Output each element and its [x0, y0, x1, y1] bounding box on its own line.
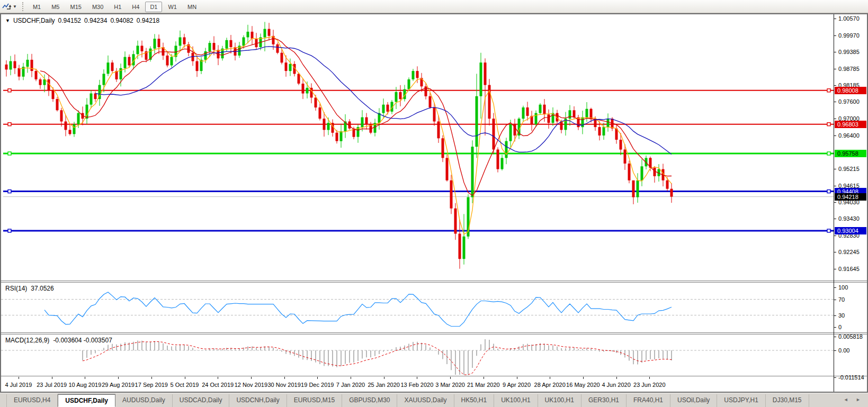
- chart-tab-uk100-h1[interactable]: UK100,H1: [494, 394, 538, 407]
- axis-tick-mark: [834, 269, 836, 269]
- price-chart-canvas[interactable]: [1, 14, 834, 281]
- date-axis-label: 21 Mar 2020: [467, 382, 500, 388]
- axis-tick-mark: [834, 135, 836, 136]
- timeframe-button-mn[interactable]: MN: [183, 2, 201, 12]
- chart-tab-audusd-daily[interactable]: AUDUSD,Daily: [115, 394, 173, 407]
- date-tick-mark: [484, 377, 484, 379]
- date-tick-mark: [317, 377, 318, 379]
- price-axis-label: 0.99385: [838, 49, 860, 55]
- axis-tick-mark: [834, 186, 836, 186]
- level-line-handle[interactable]: [827, 190, 830, 193]
- macd-signal-line: [83, 342, 672, 375]
- chart-tab-usdchf-daily[interactable]: USDCHF,Daily: [58, 394, 115, 407]
- axis-tick-mark: [834, 102, 836, 102]
- price-axis-label: 0.99970: [838, 32, 860, 39]
- toolbar-grip[interactable]: [22, 2, 23, 11]
- macd-name: MACD(12,26,9): [5, 337, 49, 344]
- tab-scroll-arrows[interactable]: ◄ ►: [844, 397, 864, 402]
- chart-tab-usdcad-daily[interactable]: USDCAD,Daily: [173, 394, 230, 407]
- level-line-handle[interactable]: [8, 152, 11, 155]
- date-tick-mark: [85, 377, 85, 379]
- mt4-application: ▼ M1M5M15M30H1H4D1W1MN ▼ USDCHF,Daily 0.…: [0, 0, 868, 407]
- date-axis[interactable]: 4 Jul 201923 Jul 201910 Aug 201929 Aug 2…: [1, 377, 834, 392]
- level-line-handle[interactable]: [827, 229, 830, 232]
- timeframe-button-m1[interactable]: M1: [28, 2, 46, 12]
- date-axis-label: 16 May 2020: [566, 382, 600, 388]
- date-axis-label: 10 Aug 2019: [68, 382, 101, 388]
- timeframe-button-w1[interactable]: W1: [163, 2, 182, 12]
- level-line-handle[interactable]: [827, 152, 830, 155]
- level-line-handle[interactable]: [8, 229, 11, 232]
- axis-tick-mark: [834, 202, 836, 203]
- axis-tick-mark: [834, 119, 836, 119]
- axis-tick-mark: [834, 69, 836, 69]
- date-tick-mark: [550, 377, 550, 379]
- date-axis-label: 4 Jul 2019: [5, 382, 32, 388]
- symbol-name: USDCHF,Daily: [13, 17, 55, 24]
- rsi-line: [44, 292, 672, 327]
- chart-tab-ger30-h1[interactable]: GER30,H1: [581, 394, 627, 407]
- chart-tab-eurusd-m15[interactable]: EURUSD,M15: [287, 394, 342, 407]
- date-axis-label: 24 Oct 2019: [202, 382, 234, 388]
- chart-tab-xauusd-daily[interactable]: XAUUSD,Daily: [397, 394, 454, 407]
- timeframe-button-h1[interactable]: H1: [109, 2, 126, 12]
- current-price-badge: 0.94218: [835, 193, 866, 201]
- date-tick-mark: [649, 377, 650, 379]
- date-tick-mark: [151, 377, 152, 379]
- price-axis-label: 0.96400: [838, 132, 860, 139]
- macd-axis-label: -0.011514: [838, 374, 864, 381]
- symbol-caret-icon[interactable]: ▼: [5, 18, 10, 23]
- timeframe-button-m5[interactable]: M5: [47, 2, 64, 12]
- chart-tab-usoil-daily[interactable]: USOil,Daily: [670, 394, 717, 407]
- timeframe-button-m15[interactable]: M15: [65, 2, 86, 12]
- chart-tab-dj30-m15[interactable]: DJ30,M15: [766, 394, 809, 407]
- date-axis-label: 9 Apr 2020: [503, 382, 531, 388]
- rsi-name: RSI(14): [5, 285, 27, 292]
- chart-tab-usdcnh-daily[interactable]: USDCNH,Daily: [229, 394, 287, 407]
- timeframe-button-m30[interactable]: M30: [87, 2, 108, 12]
- date-axis-label: 23 Jun 2020: [633, 382, 666, 388]
- date-axis-label: 23 Jul 2019: [37, 382, 67, 388]
- price-level-badge: 0.93004: [835, 227, 866, 234]
- chart-tab-uk100-h1[interactable]: UK100,H1: [538, 394, 581, 407]
- timeframe-button-d1[interactable]: D1: [145, 2, 162, 12]
- date-axis-label: 29 Aug 2019: [102, 382, 135, 388]
- price-axis-label: 0.95215: [838, 166, 860, 172]
- timeframe-button-h4[interactable]: H4: [127, 2, 144, 12]
- axis-tick-mark: [834, 35, 836, 36]
- close-value: 0.94218: [137, 17, 159, 24]
- macd-axis-label: 0.00: [838, 347, 849, 354]
- ohlc-readout[interactable]: ▼ USDCHF,Daily 0.94152 0.94234 0.94082 0…: [5, 17, 159, 24]
- rsi-indicator-label: RSI(14) 37.0526: [5, 285, 54, 292]
- level-line-handle[interactable]: [827, 123, 830, 126]
- chart-tab-gbpusd-m30[interactable]: GBPUSD,M30: [342, 394, 397, 407]
- date-tick-mark: [19, 377, 19, 379]
- date-axis-label: 19 Dec 2019: [301, 382, 334, 388]
- date-axis-label: 3 Mar 2020: [435, 382, 465, 388]
- price-axis[interactable]: 1.005700.999700.993850.987850.981850.976…: [834, 14, 867, 392]
- chart-tab-usdjpy-h1[interactable]: USDJPY,H1: [717, 394, 765, 407]
- level-line-handle[interactable]: [827, 89, 830, 92]
- date-tick-mark: [52, 377, 52, 379]
- date-tick-mark: [218, 377, 218, 379]
- date-axis-label: 12 Nov 2019: [235, 382, 267, 388]
- macd-histogram: [83, 339, 672, 375]
- axis-tick-mark: [834, 219, 836, 219]
- macd-values: -0.003604 -0.003507: [53, 337, 112, 344]
- chart-tab-eurusd-h4[interactable]: EURUSD,H4: [6, 394, 58, 407]
- price-axis-label: 0.98785: [838, 66, 860, 72]
- chart-tab-hk50-h1[interactable]: HK50,H1: [454, 394, 495, 407]
- level-line-handle[interactable]: [8, 89, 11, 92]
- date-axis-label: 7 Jan 2020: [336, 382, 365, 388]
- rsi-indicator-canvas[interactable]: [1, 283, 834, 332]
- macd-indicator-canvas[interactable]: [1, 334, 834, 376]
- price-axis-label: 1.00570: [838, 15, 860, 22]
- chart-mode-caret-icon[interactable]: ▼: [13, 4, 17, 9]
- rsi-value: 37.0526: [31, 285, 53, 292]
- date-tick-mark: [284, 377, 285, 379]
- level-line-handle[interactable]: [8, 190, 11, 193]
- level-line-handle[interactable]: [8, 123, 11, 126]
- chart-mode-icon[interactable]: [2, 2, 12, 11]
- chart-tabs: EURUSD,H4USDCHF,DailyAUDUSD,DailyUSDCAD,…: [6, 394, 809, 407]
- chart-tab-fra40-h1[interactable]: FRA40,H1: [627, 394, 670, 407]
